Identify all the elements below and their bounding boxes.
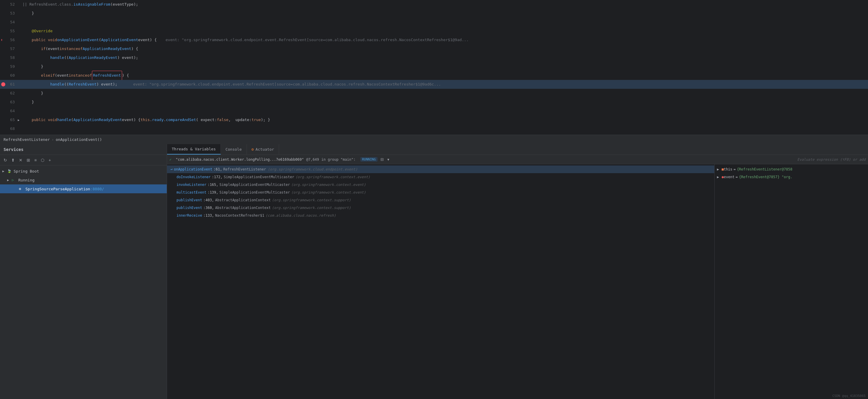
code-line-61: 61 handle((RefreshEvent) event); event: … — [0, 80, 868, 89]
line-number-62: 62 — [0, 89, 18, 98]
thread-at: @7,649 — [306, 158, 319, 162]
frame-6-line: :133, — [204, 213, 214, 218]
app-label: SpringSourceParseApplication — [25, 187, 90, 191]
frame-1-class: SimpleApplicationEventMulticaster — [224, 175, 294, 179]
tab-console-label: Console — [225, 147, 242, 151]
line-indicator-54 — [18, 18, 20, 27]
frames-panel: ↩ onApplicationEvent :61, RefreshEventLi… — [167, 164, 714, 399]
thread-filter-button[interactable]: ⊟ — [380, 156, 384, 162]
frame-item-5[interactable]: publishEvent :360, AbstractApplicationCo… — [167, 204, 714, 211]
line-content-64 — [20, 107, 868, 115]
code-line-65: 65 ▶ public void handle(ApplicationReady… — [0, 115, 868, 124]
line-indicator-59 — [18, 62, 20, 71]
line-content-61: handle((RefreshEvent) event); event: "or… — [20, 80, 868, 89]
collapse-button[interactable]: ✕ — [18, 157, 24, 163]
var-event-expand: ▶ — [717, 175, 720, 179]
frame-0-pkg: (org.springframework.cloud.endpoint.even… — [268, 167, 358, 171]
frame-5-method: publishEvent — [177, 206, 202, 210]
breadcrumb-part1[interactable]: RefreshEventListener — [4, 137, 50, 142]
line-number-58: 58 — [0, 53, 18, 62]
tab-console[interactable]: Console — [221, 144, 247, 154]
frame-5-class: AbstractApplicationContext — [215, 206, 271, 210]
line-content-60: else if (event instanceof RefreshEvent) … — [20, 71, 868, 80]
line-indicator-64 — [18, 107, 20, 115]
line-content-59: } — [20, 62, 868, 71]
breadcrumb-part2[interactable]: onApplicationEvent() — [56, 137, 102, 142]
tree-item-app[interactable]: ⚙ SpringSourceParseApplication :8080/ — [0, 184, 167, 193]
frame-4-line: :403, — [204, 198, 214, 202]
frame-6-pkg: (com.alibaba.cloud.nacos.refresh) — [266, 213, 336, 218]
grid-button[interactable]: ⊞ — [25, 157, 31, 163]
line-number-57: 57 — [0, 45, 18, 53]
frame-3-pkg: (org.springframework.context.event) — [291, 190, 366, 195]
code-line-58: 58 handle((ApplicationReadyEvent) event)… — [0, 53, 868, 62]
line-indicator-63 — [18, 98, 20, 107]
line-number-68: 68 — [0, 124, 18, 133]
frame-2-pkg: (org.springframework.context.event) — [291, 182, 366, 187]
var-item-event[interactable]: ▶ ● event = {RefreshEvent@7857} "org. — [715, 173, 868, 181]
services-header: Services — [0, 144, 167, 155]
frame-4-class: AbstractApplicationContext — [215, 198, 271, 202]
var-event-type-icon: ● — [722, 175, 724, 179]
line-content-56: public void onApplicationEvent(Applicati… — [20, 35, 868, 45]
frame-2-line: :165, — [208, 182, 218, 187]
code-line-55: 55 @Override — [0, 27, 868, 35]
line-content-68 — [20, 124, 868, 133]
services-toolbar: ↻ ⬆ ✕ ⊞ ≡ ⬡ + — [0, 155, 167, 166]
frame-6-class: NacosContextRefresher$1 — [215, 213, 264, 218]
thread-bar: ✓ "com.alibaba.nacos.client.Worker.longP… — [167, 155, 868, 164]
eval-placeholder: Evaluate expression (⌥F8) or add — [797, 158, 866, 162]
line-indicator-60 — [18, 71, 20, 80]
line-indicator-52 — [18, 0, 20, 9]
line-indicator-58 — [18, 53, 20, 62]
var-event-value: {RefreshEvent@7857} "org. — [739, 175, 793, 179]
var-item-this[interactable]: ▶ ■ this = {RefreshEventListener@7858 — [715, 166, 868, 173]
line-number-54: 54 — [0, 18, 18, 27]
code-line-63: 63 } — [0, 98, 868, 107]
line-indicator-56 — [18, 35, 20, 45]
tree-item-spring-boot[interactable]: ▶ 🍃 Spring Boot — [0, 167, 167, 175]
tab-threads-label: Threads & Variables — [172, 147, 216, 151]
var-this-value: {RefreshEventListener@7858 — [737, 167, 792, 171]
code-line-62: 62 } — [0, 89, 868, 98]
add-button[interactable]: + — [47, 157, 52, 163]
thread-group: in group "main": — [321, 158, 355, 162]
breadcrumb-separator: › — [52, 137, 54, 142]
frame-item-4[interactable]: publishEvent :403, AbstractApplicationCo… — [167, 196, 714, 204]
frame-0-line: :61, — [213, 167, 222, 171]
frame-item-0[interactable]: ↩ onApplicationEvent :61, RefreshEventLi… — [167, 166, 714, 173]
frame-item-1[interactable]: doInvokeListener :172, SimpleApplication… — [167, 173, 714, 181]
tree-item-running[interactable]: ▶ ▷ Running — [0, 175, 167, 184]
actuator-icon: ⚙ — [252, 147, 254, 151]
code-line-53: 53 } — [0, 9, 868, 18]
line-number-65: 65 — [0, 115, 18, 124]
line-indicator-57 — [18, 45, 20, 53]
expand-all-button[interactable]: ⬆ — [10, 157, 16, 163]
var-event-eq: = — [736, 175, 738, 179]
tab-actuator[interactable]: ⚙ Actuator — [247, 144, 279, 154]
line-number-61: 61 — [0, 80, 18, 89]
code-line-64: 64 — [0, 107, 868, 115]
services-sidebar: Services ↻ ⬆ ✕ ⊞ ≡ ⬡ + ▶ 🍃 Spring Boot ▶… — [0, 144, 167, 399]
line-content-57: if (event instanceof ApplicationReadyEve… — [20, 45, 868, 53]
app-icon: ⚙ — [19, 187, 24, 191]
var-event-key: event — [724, 175, 734, 179]
thread-name: "com.alibaba.nacos.client.Worker.longPol… — [176, 158, 304, 162]
var-this-expand: ▶ — [717, 167, 720, 171]
frame-item-3[interactable]: multicastEvent :139, SimpleApplicationEv… — [167, 189, 714, 196]
refresh-button[interactable]: ↻ — [2, 157, 8, 163]
line-content-52: || RefreshEvent.class.isAssignableFrom(e… — [20, 0, 868, 9]
code-line-59: 59 } — [0, 62, 868, 71]
filter-button[interactable]: ≡ — [33, 157, 38, 163]
frame-item-6[interactable]: innerReceive :133, NacosContextRefresher… — [167, 211, 714, 219]
line-content-63: } — [20, 98, 868, 107]
debug-content: ↩ onApplicationEvent :61, RefreshEventLi… — [167, 164, 868, 399]
line-content-53: } — [20, 9, 868, 18]
frame-item-2[interactable]: invokeListener :165, SimpleApplicationEv… — [167, 181, 714, 189]
tab-threads-variables[interactable]: Threads & Variables — [167, 144, 221, 154]
frame-4-pkg: (org.springframework.context.support) — [272, 198, 351, 202]
thread-dropdown-button[interactable]: ▼ — [387, 158, 390, 161]
export-button[interactable]: ⬡ — [40, 157, 45, 163]
tab-actuator-label: Actuator — [255, 147, 274, 151]
line-content-62: } — [20, 89, 868, 98]
